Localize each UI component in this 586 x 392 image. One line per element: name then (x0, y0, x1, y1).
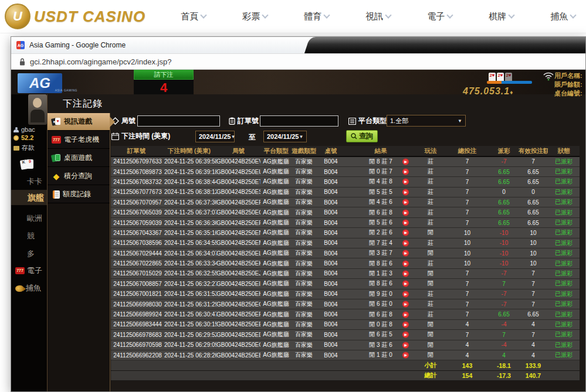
round-number-cell: GB00424B250ER (216, 197, 260, 207)
play-type-cell: 閒 (416, 330, 445, 340)
sidebar-item-jing[interactable]: 競 (27, 231, 35, 241)
page: U USDT CASINO 首頁 彩票 體育 視訊 電子 棋牌 捕魚 AG As… (0, 0, 586, 392)
fishing-label: 捕魚 (26, 283, 41, 294)
replay-video-icon[interactable]: ▶ (402, 281, 409, 287)
replay-video-icon[interactable]: ▶ (402, 301, 409, 308)
replay-video-icon[interactable]: ▶ (402, 199, 409, 206)
menu-item-credit-records[interactable]: 額度記錄 (48, 186, 110, 203)
result-cell: 閒 6 莊 5▶ (345, 330, 416, 340)
bet-time-cell: 2024-11-25 06:38:44 (162, 177, 216, 187)
nav-item-lottery[interactable]: 彩票 (242, 11, 267, 22)
replay-video-icon[interactable]: ▶ (402, 230, 409, 236)
play-type-cell: 莊 (416, 217, 445, 227)
platform-cell: AG旗艦廳 (260, 166, 292, 176)
replay-video-icon[interactable]: ▶ (402, 240, 409, 246)
replay-video-icon[interactable]: ▶ (402, 220, 409, 226)
replay-video-icon[interactable]: ▶ (402, 332, 409, 338)
order-number-cell: 241125066978683 (111, 330, 162, 340)
replay-video-icon[interactable]: ▶ (402, 321, 409, 328)
live-video-strip: AG ASIA GAMING 請下注 4 2♥ 2♥ 2♥ 475,053.1♦ (11, 70, 585, 96)
menu-item-video-games[interactable]: ♠♥ 視訊遊戲 (48, 113, 110, 131)
deposit-row[interactable]: 存款 (13, 144, 35, 152)
col-result: 結果 (345, 146, 416, 156)
play-type-cell: 莊 (416, 197, 445, 207)
result-cell: 閒 9 莊 0▶ (345, 289, 416, 299)
menu-item-points-query[interactable]: ◆ 積分查詢 (48, 168, 110, 185)
nav-item-cards[interactable]: 棋牌 (489, 11, 514, 22)
result-text: 閒 6 莊 8 (369, 209, 392, 216)
round-number-cell: GB00424B250EG (216, 299, 260, 309)
ag-logo-text: AG (29, 76, 50, 90)
platform-type-select[interactable]: 1.全部 ▼ (387, 115, 466, 127)
nav-item-fishing[interactable]: 捕魚 (550, 11, 575, 22)
window-titlebar[interactable]: AG Asia Gaming - Google Chrome (11, 37, 585, 53)
bet-time-cell: 2024-11-25 06:35:16 (162, 228, 216, 238)
label-text: 局號 (121, 116, 136, 126)
status-cell: 已派彩 (548, 330, 580, 340)
replay-video-icon[interactable]: ▶ (402, 311, 409, 318)
menu-item-slot-machine[interactable]: 777 電子老虎機 (48, 131, 110, 149)
order-number-cell: 241125067097633 (111, 156, 162, 166)
replay-video-icon[interactable]: ▶ (402, 179, 409, 185)
col-status: 狀態 (548, 146, 580, 156)
nav-item-home[interactable]: 首頁 (181, 11, 206, 22)
site-logo[interactable]: U USDT CASINO (5, 4, 145, 29)
replay-video-icon[interactable]: ▶ (402, 352, 409, 359)
browser-url-bar[interactable]: gci.2hhapi.com/agingame/pcv2/index.jsp? (11, 53, 585, 70)
clipboard-icon (229, 117, 235, 125)
result-cell: 閒 1 莊 3▶ (345, 268, 416, 278)
table-row: 241125067097633 2024-11-25 06:39:58 GB00… (111, 156, 580, 166)
sidebar-item-flagship[interactable]: 旗艦 (28, 193, 44, 203)
col-bet: 總投注 (445, 146, 489, 156)
date-to-select[interactable]: 2024/11/25 ▼ (263, 131, 307, 142)
date-from-select[interactable]: 2024/11/25 ▼ (195, 131, 235, 142)
bet-time-cell: 2024-11-25 06:33:34 (162, 258, 216, 268)
nav-item-live[interactable]: 視訊 (365, 11, 391, 22)
menu-label: 視訊遊戲 (64, 117, 92, 127)
bet-time-cell: 2024-11-25 06:29:09 (162, 340, 216, 350)
nav-label: 電子 (427, 11, 445, 22)
label-text: 下注時間 (美東) (121, 131, 170, 141)
replay-video-icon[interactable]: ▶ (402, 260, 409, 267)
nav-item-slots[interactable]: 電子 (427, 11, 452, 22)
sidebar-item-europe[interactable]: 歐洲 (27, 213, 42, 224)
table-row: 241125066983444 2024-11-25 06:30:15 GB00… (111, 319, 580, 329)
url-text[interactable]: gci.2hhapi.com/agingame/pcv2/index.jsp? (30, 57, 171, 66)
result-text: 閒 2 莊 6 (369, 229, 392, 236)
order-number-cell: 241125067001821 (111, 289, 162, 299)
order-number-input[interactable] (260, 115, 338, 127)
replay-video-icon[interactable]: ▶ (402, 189, 409, 195)
sidebar-item-fishing[interactable]: 捕魚 (15, 283, 41, 294)
order-number-cell: 241125067043367 (111, 228, 162, 238)
table-number-cell: B004 (316, 187, 345, 197)
nav-label: 視訊 (365, 11, 383, 22)
chevron-down-icon (446, 12, 453, 18)
replay-video-icon[interactable]: ▶ (402, 270, 409, 277)
replay-video-icon[interactable]: ▶ (402, 209, 409, 216)
total-bet-cell: 4 (445, 319, 489, 329)
chevron-down-icon (385, 12, 391, 18)
result-text: 閒 4 莊 6 (369, 199, 392, 205)
replay-video-icon[interactable]: ▶ (402, 158, 409, 165)
sidebar-item-kaka[interactable]: 卡卡 (27, 176, 42, 187)
valid-bet-cell: 6.65 (519, 207, 548, 217)
sidebar-item-slots[interactable]: 777電子 (15, 265, 42, 276)
table-number-cell: B004 (316, 217, 345, 227)
search-button[interactable]: 查詢 (346, 130, 378, 142)
ag-logo-subtext: ASIA GAMING (55, 89, 77, 92)
round-number-cell: GB00424B250EM (216, 238, 260, 248)
nav-item-sports[interactable]: 體育 (304, 11, 329, 22)
replay-video-icon[interactable]: ▶ (402, 342, 409, 348)
game-type-cell: 百家樂 (292, 177, 316, 187)
round-number-input[interactable] (137, 115, 220, 127)
total-payout: -17.3 (489, 370, 519, 380)
replay-video-icon[interactable]: ▶ (402, 169, 409, 175)
menu-item-table-games[interactable]: 桌面遊戲 (48, 149, 110, 167)
bet-time-cell: 2024-11-25 06:37:36 (162, 197, 216, 207)
payout-cell: -7 (489, 156, 519, 166)
replay-video-icon[interactable]: ▶ (402, 250, 409, 257)
sidebar-item-multi[interactable]: 多 (27, 248, 35, 259)
payout-cell: -7 (489, 299, 519, 309)
replay-video-icon[interactable]: ▶ (402, 291, 409, 297)
bet-time-cell: 2024-11-25 06:39:18 (162, 166, 216, 176)
